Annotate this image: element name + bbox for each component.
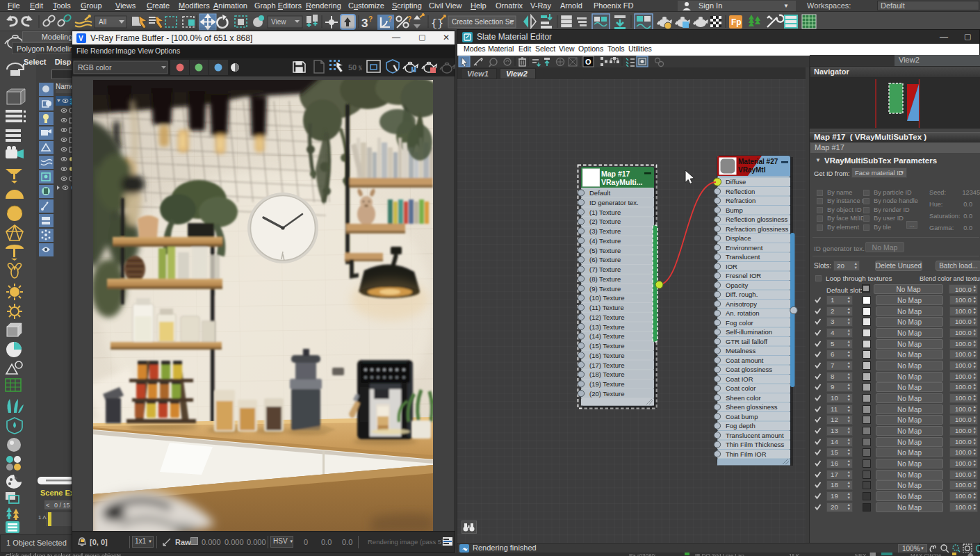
svg-text:0 / 15: 0 / 15 [54,502,70,509]
svg-text:(11) Texture: (11) Texture [589,304,624,311]
svg-text:3: 3 [361,17,368,30]
svg-text:(8) Texture: (8) Texture [589,275,621,283]
svg-text:(2) Texture: (2) Texture [589,218,621,225]
svg-text:Thin Film Thickness: Thin Film Thickness [726,441,785,448]
svg-text:Translucent amount: Translucent amount [726,432,784,439]
svg-text:Fog depth: Fog depth [726,422,756,430]
svg-text:?: ? [388,15,392,23]
svg-text:Reflection: Reflection [726,188,755,195]
svg-text:V: V [79,35,83,42]
svg-text:(7) Texture: (7) Texture [589,265,621,273]
svg-text:Coat amount: Coat amount [726,357,764,364]
svg-text:Sheen glossiness: Sheen glossiness [726,403,778,411]
svg-text:(5) Texture: (5) Texture [589,247,621,254]
svg-text:Coat color: Coat color [726,384,756,392]
svg-text:(20) Texture: (20) Texture [589,390,625,398]
svg-text:Fresnel IOR: Fresnel IOR [726,272,761,279]
svg-text:Fog color: Fog color [726,319,753,327]
svg-text:ID generator tex.: ID generator tex. [589,199,639,206]
svg-text:Default: Default [589,189,610,197]
svg-text:?: ? [368,15,373,23]
svg-text:(18) Texture: (18) Texture [589,370,625,378]
svg-text:(17) Texture: (17) Texture [589,361,625,369]
svg-text:Thin Film IOR: Thin Film IOR [726,450,767,458]
svg-text:Translucent: Translucent [726,253,760,261]
svg-text:(12) Texture: (12) Texture [589,313,625,321]
svg-text:RGB color: RGB color [78,63,112,72]
svg-text:(13) Texture: (13) Texture [589,323,625,331]
svg-text:Bump: Bump [726,206,743,214]
svg-text:(19) Texture: (19) Texture [589,380,625,388]
svg-text:Sheen color: Sheen color [726,394,761,402]
svg-text:(15) Texture: (15) Texture [589,342,625,350]
svg-text:VRayMulti...: VRayMulti... [601,178,643,186]
svg-text:Coat bump: Coat bump [726,413,758,420]
svg-text:<: < [46,502,49,509]
svg-text:All: All [99,18,106,26]
svg-text:Opacity: Opacity [726,281,748,289]
svg-text:Refraction: Refraction [726,197,756,204]
svg-text:(14) Texture: (14) Texture [589,332,625,340]
svg-text:(1) Texture: (1) Texture [589,208,621,216]
svg-text:GTR tail falloff: GTR tail falloff [726,338,767,345]
svg-text:Map #17: Map #17 [601,170,630,178]
svg-text:Metalness: Metalness [726,347,756,354]
svg-text:Self-illumination: Self-illumination [726,328,772,336]
svg-text:Coat glossiness: Coat glossiness [726,366,772,373]
svg-text:IOR: IOR [726,263,737,270]
svg-text:Reflection glossiness: Reflection glossiness [726,215,787,223]
svg-text:Anisotropy: Anisotropy [726,300,757,308]
svg-text:(9) Texture: (9) Texture [589,285,621,293]
svg-text:VRayMtl: VRayMtl [738,166,766,174]
svg-text:Diff. rough.: Diff. rough. [726,291,758,298]
svg-text:Fp: Fp [731,17,742,27]
svg-text:1 Λ: 1 Λ [38,514,47,521]
svg-text:(10) Texture: (10) Texture [589,294,625,302]
svg-text:(16) Texture: (16) Texture [589,352,625,359]
svg-text:Material #27: Material #27 [738,158,778,165]
svg-text:Diffuse: Diffuse [726,178,746,186]
svg-text:Refraction glossiness: Refraction glossiness [726,225,789,233]
svg-text:Scene Explorer 1: Scene Explorer 1 [40,489,74,497]
svg-text:O: O [585,58,591,66]
svg-text:(4) Texture: (4) Texture [589,237,621,245]
svg-text:(3) Texture: (3) Texture [589,227,621,235]
svg-text:Create Selection Se: Create Selection Se [452,18,514,26]
svg-text:Coat IOR: Coat IOR [726,375,753,383]
svg-text:Environment: Environment [726,244,763,252]
svg-text:(6) Texture: (6) Texture [589,256,621,263]
svg-text:An. rotation: An. rotation [726,309,760,317]
svg-text:?: ? [407,15,411,23]
svg-text:50﹪: 50﹪ [348,63,364,72]
svg-text:View: View [271,18,286,26]
svg-text:Displace: Displace [726,234,751,242]
